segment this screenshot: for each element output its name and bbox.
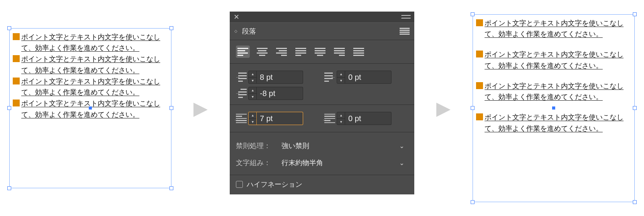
list-text: ポイント文字とテキスト内文字を使いこなして、効率よく作業を進めてください。: [21, 54, 168, 76]
panel-titlebar[interactable]: ✕: [230, 12, 414, 22]
hyphenation-checkbox[interactable]: ハイフネーション: [236, 180, 408, 189]
panel-menu-icon[interactable]: [400, 28, 410, 35]
resize-handle[interactable]: [471, 12, 475, 16]
list-text: ポイント文字とテキスト内文字を使いこなして、効率よく作業を進めてください。: [21, 32, 168, 54]
arrow-right-icon: ▶: [432, 97, 454, 119]
kinsoku-value: 強い禁則: [281, 141, 309, 150]
indent-right-input[interactable]: [345, 71, 391, 84]
stepper-nudge[interactable]: ▴▾: [248, 71, 257, 84]
space-after-field: → ▴▾: [324, 112, 408, 125]
resize-handle[interactable]: [169, 26, 173, 30]
chevron-down-icon: ⌄: [399, 142, 404, 150]
mojikumi-select[interactable]: 行末約物半角 ⌄: [278, 156, 408, 169]
align-right-button[interactable]: [275, 46, 288, 58]
bullet-icon: [476, 82, 483, 89]
space-before-icon: →: [236, 113, 247, 124]
list-item: ポイント文字とテキスト内文字を使いこなして、効率よく作業を進めてください。: [13, 76, 168, 98]
resize-handle[interactable]: [169, 106, 173, 110]
paragraph-panel: ✕ ◇ 段落: [230, 12, 414, 194]
list-text: ポイント文字とテキスト内文字を使いこなして、効率よく作業を進めてください。: [485, 49, 631, 71]
first-line-indent-input[interactable]: [257, 87, 303, 100]
justify-left-button[interactable]: [294, 46, 308, 58]
resize-handle[interactable]: [633, 12, 637, 16]
resize-handle[interactable]: [633, 200, 637, 204]
hyphenation-label: ハイフネーション: [247, 180, 302, 189]
collapse-icon[interactable]: [401, 15, 410, 19]
space-after-input[interactable]: [345, 112, 391, 125]
mojikumi-value: 行末約物半角: [281, 158, 323, 167]
stepper-nudge[interactable]: ▴▾: [248, 112, 257, 125]
mojikumi-label: 文字組み：: [236, 158, 273, 167]
list-text: ポイント文字とテキスト内文字を使いこなして、効率よく作業を進めてください。: [21, 76, 168, 98]
bullet-icon: [13, 33, 20, 40]
resize-handle[interactable]: [471, 106, 475, 110]
list-text: ポイント文字とテキスト内文字を使いこなして、効率よく作業を進めてください。: [485, 81, 631, 103]
bullet-icon: [476, 51, 483, 57]
list-text: ポイント文字とテキスト内文字を使いこなして、効率よく作業を進めてください。: [21, 98, 168, 120]
stepper-nudge[interactable]: ▴▾: [337, 71, 345, 84]
list-item: ポイント文字とテキスト内文字を使いこなして、効率よく作業を進めてください。: [476, 81, 631, 103]
center-handle[interactable]: [89, 106, 92, 110]
list-item: ポイント文字とテキスト内文字を使いこなして、効率よく作業を進めてください。: [476, 18, 631, 40]
stepper-nudge[interactable]: ▴▾: [337, 112, 345, 125]
grip-icon: ◇: [234, 29, 237, 33]
panel-tab[interactable]: ◇ 段落: [230, 22, 414, 40]
list-text: ポイント文字とテキスト内文字を使いこなして、効率よく作業を進めてください。: [485, 112, 631, 134]
chevron-down-icon: ⌄: [399, 159, 404, 167]
space-after-icon: →: [324, 113, 335, 124]
close-icon[interactable]: ✕: [234, 14, 239, 20]
list-item: ポイント文字とテキスト内文字を使いこなして、効率よく作業を進めてください。: [476, 112, 631, 134]
indent-left-input[interactable]: [257, 71, 303, 84]
resize-handle[interactable]: [633, 106, 637, 110]
resize-handle[interactable]: [7, 106, 11, 110]
text-frame-after[interactable]: ポイント文字とテキスト内文字を使いこなして、効率よく作業を進めてください。 ポイ…: [473, 14, 635, 202]
resize-handle[interactable]: [471, 200, 475, 204]
justify-all-button[interactable]: [352, 46, 366, 58]
indent-right-field: ← ▴▾: [324, 71, 408, 84]
indent-left-field: → ▴▾: [236, 71, 320, 84]
checkbox-box[interactable]: [236, 181, 243, 188]
list-item: ポイント文字とテキスト内文字を使いこなして、効率よく作業を進めてください。: [13, 54, 168, 76]
first-line-indent-icon: →: [236, 88, 247, 99]
resize-handle[interactable]: [7, 186, 11, 190]
indent-right-icon: ←: [324, 72, 335, 83]
stepper-nudge[interactable]: ▴▾: [248, 87, 257, 100]
bullet-icon: [13, 100, 20, 106]
center-handle[interactable]: [552, 106, 555, 110]
text-frame-before[interactable]: ポイント文字とテキスト内文字を使いこなして、効率よく作業を進めてください。 ポイ…: [9, 28, 171, 188]
bullet-icon: [476, 19, 483, 26]
list-text: ポイント文字とテキスト内文字を使いこなして、効率よく作業を進めてください。: [485, 18, 631, 40]
justify-center-button[interactable]: [313, 46, 327, 58]
align-center-button[interactable]: [255, 46, 269, 58]
kinsoku-select[interactable]: 強い禁則 ⌄: [278, 139, 408, 152]
bullet-icon: [13, 78, 20, 84]
list-item: ポイント文字とテキスト内文字を使いこなして、効率よく作業を進めてください。: [13, 32, 168, 54]
first-line-indent-field: → ▴▾: [236, 87, 320, 100]
space-before-input[interactable]: [257, 112, 303, 125]
panel-title: 段落: [242, 27, 256, 36]
indent-left-icon: →: [236, 72, 247, 83]
resize-handle[interactable]: [169, 186, 173, 190]
resize-handle[interactable]: [7, 26, 11, 30]
bullet-icon: [476, 113, 483, 120]
bullet-icon: [13, 55, 20, 62]
align-left-button[interactable]: [236, 46, 250, 58]
list-item: ポイント文字とテキスト内文字を使いこなして、効率よく作業を進めてください。: [476, 49, 631, 71]
arrow-right-icon: ▶: [190, 97, 212, 119]
space-before-field: → ▴▾: [236, 112, 320, 125]
kinsoku-label: 禁則処理：: [236, 141, 273, 150]
justify-right-button[interactable]: [332, 46, 346, 58]
